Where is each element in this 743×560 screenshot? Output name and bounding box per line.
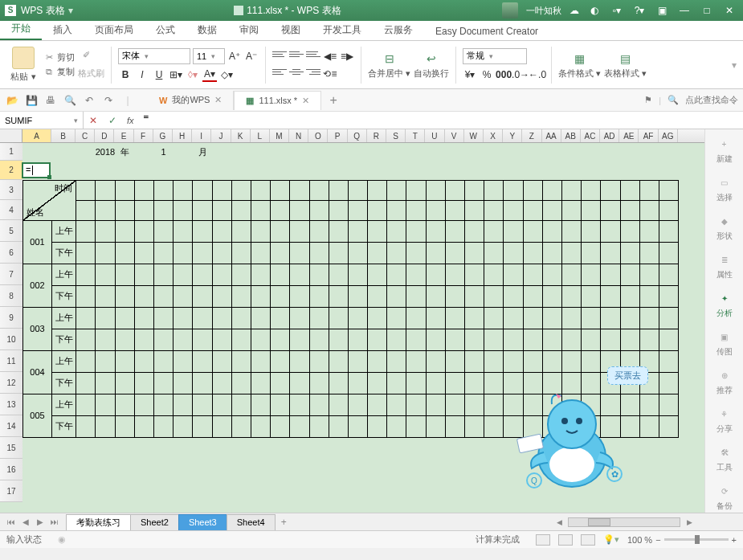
column-header[interactable]: J: [211, 129, 231, 142]
print-icon[interactable]: 🖶: [43, 93, 58, 108]
row-header[interactable]: 16: [0, 459, 22, 480]
close-tab-icon[interactable]: ✕: [302, 96, 309, 106]
cell-id[interactable]: 003: [23, 307, 52, 350]
header-diagonal-cell[interactable]: 时间姓名: [23, 180, 76, 220]
menu-item-8[interactable]: 云服务: [373, 20, 424, 40]
cell[interactable]: [134, 143, 153, 161]
new-tab-button[interactable]: +: [326, 93, 341, 108]
column-header[interactable]: AF: [639, 129, 658, 142]
column-header[interactable]: X: [484, 129, 503, 142]
row-header[interactable]: 8: [0, 285, 22, 307]
row-header[interactable]: 6: [0, 242, 22, 264]
column-header[interactable]: L: [251, 129, 270, 142]
cell[interactable]: [174, 143, 193, 161]
menu-item-3[interactable]: 公式: [145, 20, 186, 40]
maximize-button[interactable]: □: [700, 5, 714, 16]
column-header[interactable]: AA: [542, 129, 561, 142]
decrease-decimal-button[interactable]: ←.0: [530, 67, 545, 82]
cancel-formula-button[interactable]: ✕: [84, 115, 103, 126]
underline-button[interactable]: U: [152, 67, 166, 82]
sheet-nav-first[interactable]: ⏮: [5, 517, 18, 526]
table-style-button[interactable]: ▤ 表格样式 ▾: [604, 50, 647, 80]
font-size-combo[interactable]: 11▾: [193, 48, 225, 64]
cut-button[interactable]: ✂剪切: [43, 51, 75, 63]
cell-pm[interactable]: 下午: [52, 242, 76, 264]
sidepanel-item[interactable]: ⊕推荐: [716, 367, 733, 396]
clear-format-button[interactable]: ◇▾: [219, 67, 234, 82]
user-name[interactable]: 一叶知秋: [526, 5, 561, 17]
sidepanel-item[interactable]: ⚘分享: [716, 406, 733, 435]
sync-icon[interactable]: ◐: [587, 5, 602, 16]
row-header[interactable]: 17: [0, 480, 22, 502]
align-middle-button[interactable]: [289, 49, 304, 60]
zoom-out-button[interactable]: −: [655, 535, 660, 545]
sidepanel-item[interactable]: ✦分析: [716, 290, 733, 319]
column-header[interactable]: Q: [348, 129, 367, 142]
border-button[interactable]: ⊞▾: [169, 67, 183, 82]
reading-mode-icon[interactable]: 💡▾: [603, 534, 619, 545]
horizontal-scrollbar[interactable]: ◀ ▶: [553, 517, 743, 527]
column-header[interactable]: A: [22, 129, 51, 142]
column-header[interactable]: I: [192, 129, 211, 142]
user-avatar[interactable]: [502, 2, 518, 18]
cell[interactable]: 年: [115, 143, 134, 161]
column-header[interactable]: AB: [561, 129, 581, 142]
print-preview-icon[interactable]: 🔍: [63, 93, 77, 108]
column-header[interactable]: S: [386, 129, 406, 142]
paste-button[interactable]: 粘贴 ▾: [10, 71, 35, 83]
row-header[interactable]: 9: [0, 307, 22, 329]
align-top-button[interactable]: [272, 49, 287, 60]
copy-button[interactable]: ⧉复制: [43, 66, 75, 78]
save-icon[interactable]: 💾: [24, 93, 39, 108]
cell-pm[interactable]: 下午: [52, 285, 76, 307]
column-header[interactable]: D: [95, 129, 114, 142]
row-header[interactable]: 15: [0, 437, 22, 459]
comma-button[interactable]: 000: [496, 67, 511, 82]
column-header[interactable]: AG: [659, 129, 678, 142]
menu-item-0[interactable]: 开始: [0, 18, 42, 40]
sidepanel-item[interactable]: ▣传图: [716, 329, 733, 358]
column-header[interactable]: K: [231, 129, 251, 142]
align-bottom-button[interactable]: [306, 49, 320, 60]
decrease-indent-button[interactable]: ◀≡: [323, 49, 337, 63]
undo-icon[interactable]: ↶: [82, 93, 96, 108]
align-left-button[interactable]: [272, 67, 287, 78]
accept-formula-button[interactable]: ✓: [103, 115, 122, 126]
cell[interactable]: [76, 143, 96, 161]
view-break-button[interactable]: [581, 534, 595, 546]
sheet-tab[interactable]: 考勤表练习: [66, 514, 131, 530]
sheet-nav-next[interactable]: ▶: [34, 517, 47, 526]
cell[interactable]: 1: [154, 143, 174, 161]
sidepanel-item[interactable]: 🛠工具: [716, 444, 733, 473]
sidepanel-item[interactable]: ◆形状: [716, 213, 733, 242]
column-header[interactable]: C: [76, 129, 95, 142]
cell[interactable]: [23, 143, 52, 161]
spreadsheet-grid[interactable]: ABCDEFGHIJKLMNOPQRSTUVWXYZAAABACADAEAFAG…: [0, 129, 704, 513]
menu-item-2[interactable]: 页面布局: [84, 20, 145, 40]
align-center-button[interactable]: [289, 67, 304, 78]
font-color-button[interactable]: A▾: [202, 67, 217, 82]
zoom-level[interactable]: 100 %: [627, 535, 652, 545]
name-box[interactable]: SUMIF▾: [0, 112, 84, 129]
column-header[interactable]: P: [328, 129, 347, 142]
column-header[interactable]: R: [367, 129, 386, 142]
align-right-button[interactable]: [306, 67, 320, 78]
fill-color-button[interactable]: ◊▾: [186, 67, 200, 82]
row-header[interactable]: 4: [0, 200, 22, 220]
font-name-combo[interactable]: 宋体▾: [118, 48, 190, 64]
column-header[interactable]: B: [51, 129, 76, 142]
sidepanel-item[interactable]: ≣属性: [716, 251, 733, 280]
column-header[interactable]: E: [114, 129, 133, 142]
number-format-combo[interactable]: 常规▾: [463, 48, 527, 64]
sidepanel-item[interactable]: ▭选择: [716, 174, 733, 203]
column-header[interactable]: W: [464, 129, 484, 142]
row-header[interactable]: 1: [0, 143, 22, 161]
sheet-nav-prev[interactable]: ◀: [19, 517, 32, 526]
column-header[interactable]: H: [173, 129, 192, 142]
menu-item-7[interactable]: 开发工具: [312, 20, 373, 40]
menu-item-4[interactable]: 数据: [186, 20, 228, 40]
close-button[interactable]: ✕: [722, 5, 737, 16]
fx-icon[interactable]: fx: [122, 116, 139, 125]
view-page-button[interactable]: [558, 534, 573, 546]
redo-icon[interactable]: ↷: [101, 93, 116, 108]
